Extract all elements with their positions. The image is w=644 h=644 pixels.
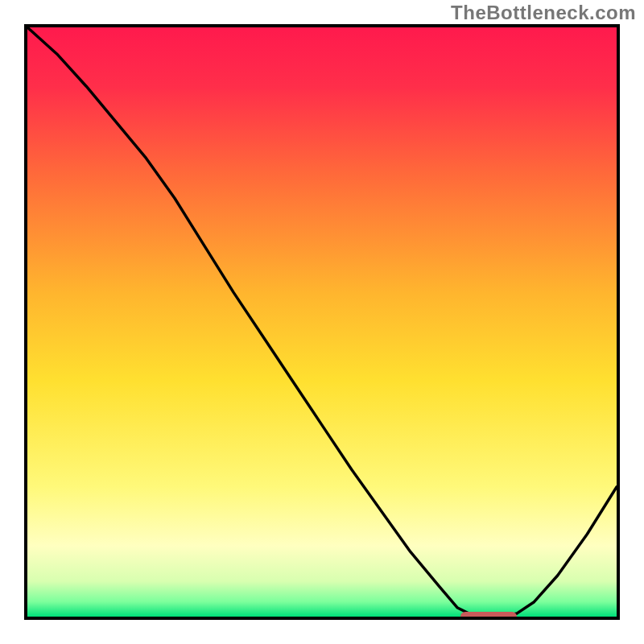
plot-area (24, 24, 620, 620)
watermark-text: TheBottleneck.com (451, 2, 636, 24)
bottleneck-curve (27, 27, 617, 617)
chart-container: TheBottleneck.com (0, 0, 644, 644)
optimal-range-marker (460, 612, 517, 620)
